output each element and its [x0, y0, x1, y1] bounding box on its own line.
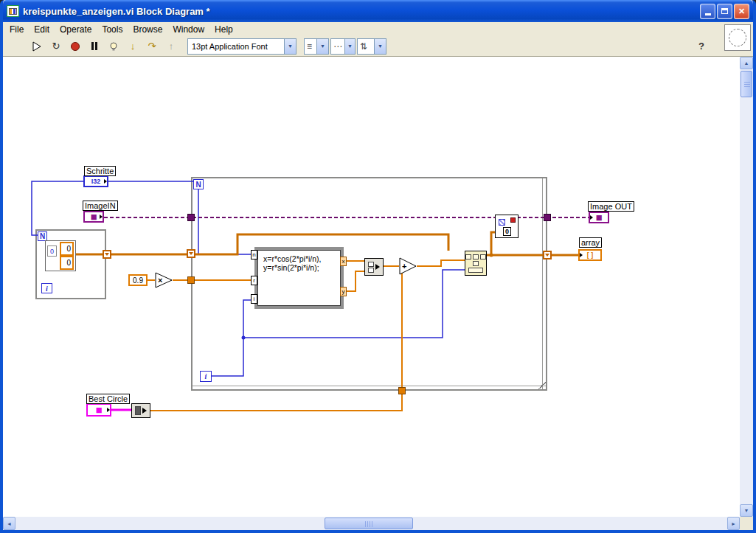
menu-browse[interactable]: Browse	[128, 23, 167, 36]
array-element[interactable]: 0	[60, 242, 74, 256]
font-selector[interactable]: 13pt Application Font ▼	[187, 38, 296, 55]
scroll-right-button[interactable]: ►	[727, 517, 740, 530]
unbundle-node[interactable]	[131, 403, 150, 418]
menu-tools[interactable]: Tools	[97, 23, 128, 36]
distribute-objects-icon: ⋯	[331, 41, 344, 52]
image-in-tunnel[interactable]	[187, 214, 195, 221]
formula-node[interactable]: x=r*cos(2*pi*i/n), y=r*sin(2*pi*i/n);	[254, 247, 344, 309]
wires-layer	[3, 57, 740, 517]
menu-operate[interactable]: Operate	[55, 23, 97, 36]
step-into-button[interactable]: ↓	[124, 38, 142, 55]
imaq-overlay-node[interactable]: 0	[495, 215, 519, 238]
imageout-label[interactable]: Image OUT	[588, 201, 634, 212]
maximize-button[interactable]	[717, 4, 732, 19]
chevron-down-icon[interactable]: ▼	[344, 39, 355, 54]
schritte-terminal[interactable]: I32	[83, 175, 108, 187]
run-button[interactable]	[28, 38, 46, 55]
menu-edit[interactable]: Edit	[29, 23, 55, 36]
menu-file[interactable]: File	[4, 23, 29, 36]
scroll-up-icon: ▲	[744, 60, 749, 66]
run-continuous-button[interactable]: ↻	[47, 38, 65, 55]
chevron-down-icon[interactable]: ▼	[284, 39, 296, 54]
align-objects-combo[interactable]: ≡ ▼	[304, 38, 329, 55]
inner-loop-output-tunnel[interactable]	[103, 250, 111, 259]
formula-input-r[interactable]: r	[251, 276, 257, 285]
bottom-in-tunnel[interactable]	[398, 387, 406, 394]
bundle-node[interactable]	[364, 258, 384, 276]
array-out-terminal[interactable]: [ ]	[578, 249, 602, 261]
wire-schritte-to-inner-n[interactable]	[32, 181, 83, 235]
insert-array-node[interactable]	[465, 251, 487, 276]
minimize-button[interactable]	[700, 4, 715, 19]
formula-input-i[interactable]: i	[251, 294, 257, 304]
context-help-button[interactable]: ?	[693, 38, 710, 55]
array-index-box[interactable]: 0	[47, 245, 57, 257]
constant-0-9[interactable]: 0.9	[128, 274, 148, 286]
formula-input-n[interactable]: n	[251, 250, 257, 259]
add-node[interactable]: +	[399, 257, 417, 278]
unbundle-arrow-icon	[142, 408, 147, 414]
abort-button[interactable]	[66, 38, 84, 55]
vertical-scrollbar[interactable]: ▲ ▼	[740, 57, 753, 517]
menu-help[interactable]: Help	[209, 23, 238, 36]
imagein-label[interactable]: ImageIN	[83, 201, 118, 211]
chevron-down-icon[interactable]: ▼	[374, 39, 386, 54]
help-icon: ?	[698, 41, 704, 52]
index-tunnel-icon	[189, 252, 193, 255]
image-out-tunnel[interactable]	[544, 214, 551, 221]
step-over-button[interactable]: ↷	[143, 38, 161, 55]
input-arrow-icon	[590, 215, 593, 220]
vertical-scroll-thumb[interactable]	[741, 71, 752, 97]
array-element[interactable]: 0	[60, 256, 74, 270]
formula-output-y[interactable]: y	[340, 287, 347, 296]
highlight-execution-button[interactable]	[105, 38, 122, 55]
wire-n-to-formula[interactable]	[198, 189, 251, 254]
thumb-grip-icon	[365, 521, 372, 527]
output-arrow-icon	[104, 179, 107, 184]
title-bar[interactable]: kreispunkte_anzeigen.vi Block Diagram * …	[3, 0, 753, 22]
horizontal-scroll-thumb[interactable]	[325, 518, 413, 529]
bestcircle-label[interactable]: Best Circle	[86, 394, 130, 404]
main-loop-count[interactable]: N	[193, 179, 204, 189]
grid-cell	[368, 262, 374, 267]
loop-resize-handle[interactable]	[538, 382, 546, 389]
grid-cell	[135, 406, 141, 415]
overlay-index-value[interactable]: 0	[503, 227, 511, 236]
imageout-terminal[interactable]: ▦	[589, 212, 609, 223]
array-constant[interactable]: 0 0 0	[45, 240, 76, 271]
scroll-left-button[interactable]: ◄	[3, 517, 15, 530]
imagein-terminal[interactable]: ▦	[83, 211, 104, 223]
multiply-node[interactable]: ×	[155, 272, 173, 291]
horizontal-scrollbar[interactable]: ◄ ►	[3, 517, 740, 530]
schritte-label[interactable]: Schritte	[84, 166, 116, 176]
grid-cell	[473, 261, 479, 266]
close-icon: ✕	[738, 7, 745, 16]
wire-junction-dot	[490, 254, 493, 257]
grid-cell	[473, 254, 479, 259]
distribute-objects-combo[interactable]: ⋯ ▼	[330, 38, 356, 55]
scroll-up-button[interactable]: ▲	[740, 57, 753, 69]
radius-in-tunnel[interactable]	[187, 276, 195, 284]
main-loop-iterator[interactable]: i	[200, 371, 212, 382]
close-button[interactable]: ✕	[734, 4, 749, 19]
vi-icon-panel[interactable]	[724, 24, 751, 51]
array-label[interactable]: array	[579, 237, 602, 248]
inner-loop-iterator[interactable]: i	[41, 283, 52, 293]
image-icon: ▦	[91, 213, 97, 220]
menu-window[interactable]: Window	[167, 23, 209, 36]
wire-formula-y-to-bundle[interactable]	[346, 271, 364, 291]
formula-output-x[interactable]: x	[340, 257, 347, 266]
chevron-down-icon[interactable]: ▼	[316, 39, 328, 54]
scroll-down-button[interactable]: ▼	[740, 504, 753, 517]
array-icon: [ ]	[587, 251, 594, 259]
block-diagram-canvas[interactable]: N i N i Schritte ImageIN Image OUT array…	[3, 57, 740, 517]
bestcircle-terminal[interactable]: ▦	[86, 403, 111, 417]
reorder-icon: ⇅	[358, 41, 374, 52]
array-out-tunnel[interactable]	[543, 251, 552, 259]
array-in-tunnel[interactable]	[187, 249, 195, 258]
reorder-combo[interactable]: ⇅ ▼	[357, 38, 386, 55]
pause-button[interactable]	[86, 38, 103, 55]
wire-add-to-insert[interactable]	[417, 260, 465, 266]
step-out-button[interactable]: ↑	[162, 38, 180, 55]
scroll-right-icon: ►	[731, 521, 736, 526]
